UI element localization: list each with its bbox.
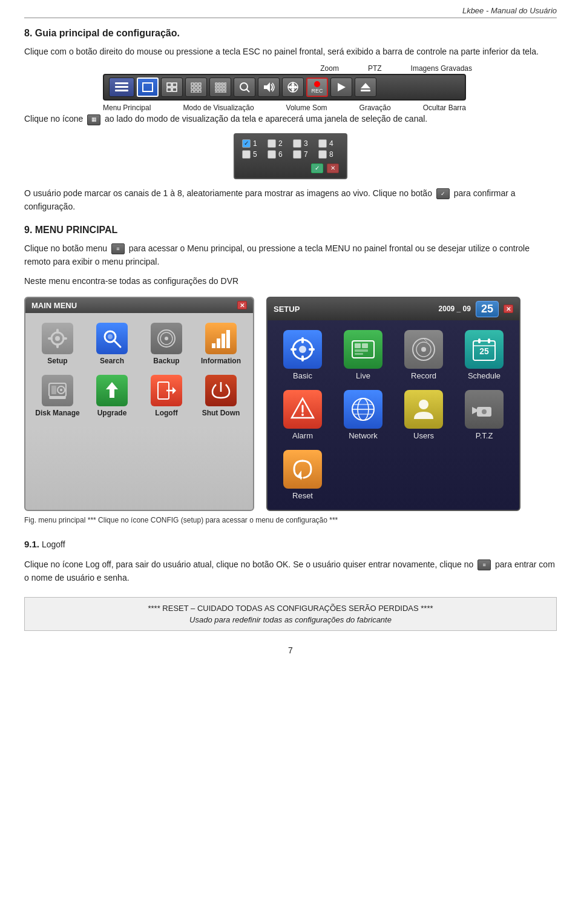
menu-item-logoff[interactable]: Logoff	[139, 370, 194, 422]
nine-view-button[interactable]	[185, 78, 207, 97]
setup-item-record[interactable]: Record	[395, 326, 453, 384]
setup-item-reset[interactable]: Reset	[274, 446, 332, 504]
basic-icon	[283, 330, 322, 369]
menu-button[interactable]	[109, 78, 134, 97]
svg-rect-58	[217, 338, 220, 348]
ch8-check[interactable]	[318, 150, 327, 159]
schedule-icon-svg: 25	[471, 336, 497, 363]
section-9-title: 9. MENU PRINCIPAL	[24, 225, 557, 236]
backup-icon-svg	[156, 328, 177, 349]
setup-label-basic: Basic	[293, 371, 312, 380]
reset-icon	[283, 450, 322, 489]
setup-item-basic[interactable]: Basic	[274, 326, 332, 384]
svg-rect-9	[195, 83, 197, 85]
menu-item-disk-manage[interactable]: Disk Manage	[30, 370, 85, 422]
svg-point-41	[291, 85, 295, 89]
ch4-check[interactable]	[318, 139, 327, 148]
page-number: 7	[24, 645, 557, 655]
main-menu-close[interactable]: ✕	[237, 301, 247, 309]
setup-icon	[42, 323, 73, 354]
para1-prefix: Clique no botão menu	[24, 243, 110, 253]
play-button[interactable]	[330, 78, 352, 97]
live-icon	[344, 330, 382, 369]
svg-rect-14	[191, 90, 194, 93]
users-icon	[404, 390, 443, 429]
reset-line2: Usado para redefinir todas as configuraç…	[34, 615, 547, 624]
ch6-check[interactable]	[268, 150, 276, 159]
label-zoom: Zoom	[320, 64, 339, 73]
menu-item-setup[interactable]: Setup	[30, 318, 85, 370]
svg-marker-103	[298, 470, 301, 480]
label-ptz: PTZ	[368, 64, 382, 73]
ch4-num: 4	[329, 139, 339, 148]
svg-rect-89	[488, 338, 490, 343]
channel-cancel-button[interactable]: ✕	[327, 163, 339, 173]
ptz-menu-icon	[465, 390, 504, 429]
menu-item-backup[interactable]: Backup	[139, 318, 194, 370]
ptz-button[interactable]	[282, 78, 304, 97]
setup-item-live[interactable]: Live	[334, 326, 392, 384]
section-8-para2: Clique no ícone ▦ ao lado do modo de vis…	[24, 112, 557, 125]
header-title: Lkbee - Manual do Usuário	[462, 6, 557, 15]
channel-row-2: 2	[268, 139, 288, 148]
disk-icon-svg	[47, 380, 68, 401]
svg-rect-57	[212, 343, 215, 348]
setup-item-ptz[interactable]: P.T.Z	[455, 386, 513, 444]
menu-item-information[interactable]: Information	[194, 318, 248, 370]
channel-ok-button[interactable]: ✓	[311, 163, 323, 173]
section-8-title: 8. Guia principal de configuração.	[24, 28, 557, 39]
svg-rect-19	[222, 83, 223, 85]
svg-rect-27	[222, 89, 223, 91]
ch2-check[interactable]	[268, 139, 276, 148]
svg-line-52	[114, 340, 120, 347]
svg-rect-60	[226, 330, 230, 348]
setup-label-network: Network	[349, 431, 378, 440]
svg-rect-11	[191, 87, 194, 89]
svg-rect-5	[172, 83, 177, 87]
setup-label-live: Live	[356, 371, 370, 380]
svg-rect-78	[355, 343, 361, 348]
ch3-check[interactable]	[293, 139, 301, 148]
setup-item-schedule[interactable]: 25 Schedule	[455, 326, 513, 384]
rec-button[interactable]: REC	[306, 78, 328, 97]
menu-item-shutdown[interactable]: Shut Down	[194, 370, 248, 422]
section-8-channel-note: O usuário pode marcar os canais de 1 à 8…	[24, 186, 557, 214]
svg-marker-66	[106, 382, 118, 398]
svg-rect-79	[362, 343, 368, 348]
search-button[interactable]	[234, 78, 255, 97]
setup-header-right: 2009 _ 09 25 ✕	[439, 301, 513, 317]
toolbar-bar: REC	[103, 74, 466, 101]
channel-controls: ✓ ✕	[242, 163, 339, 173]
menu-label-backup: Backup	[153, 357, 179, 365]
setup-month: 09	[463, 305, 471, 313]
svg-point-72	[299, 346, 306, 353]
single-view-button[interactable]	[137, 78, 159, 97]
menu-item-search[interactable]: Search	[85, 318, 139, 370]
svg-rect-62	[51, 386, 56, 394]
ch1-num: 1	[253, 139, 263, 148]
nine-view-icon	[190, 82, 202, 93]
hide-button[interactable]	[355, 78, 376, 97]
setup-item-alarm[interactable]: Alarm	[274, 386, 332, 444]
svg-rect-73	[301, 337, 304, 343]
setup-icon-svg	[47, 328, 68, 349]
svg-rect-10	[199, 83, 201, 85]
live-icon-svg	[350, 336, 376, 363]
svg-point-84	[421, 347, 426, 352]
ch7-check[interactable]	[293, 150, 301, 159]
setup-menu-close[interactable]: ✕	[504, 305, 513, 313]
menu-label-search: Search	[100, 357, 124, 365]
single-view-icon	[142, 82, 154, 93]
quad-view-button[interactable]	[161, 78, 183, 97]
volume-button[interactable]	[258, 78, 280, 97]
ptz-icon	[286, 81, 300, 94]
menu-item-upgrade[interactable]: Upgrade	[85, 370, 139, 422]
ch1-check[interactable]: ✓	[242, 139, 251, 148]
sixteen-view-button[interactable]	[209, 78, 231, 97]
setup-item-users[interactable]: Users	[395, 386, 453, 444]
label-gravacao: Gravação	[359, 104, 391, 112]
svg-rect-16	[199, 90, 201, 93]
svg-rect-1	[115, 86, 128, 88]
ch5-check[interactable]	[242, 150, 251, 159]
setup-item-network[interactable]: Network	[334, 386, 392, 444]
